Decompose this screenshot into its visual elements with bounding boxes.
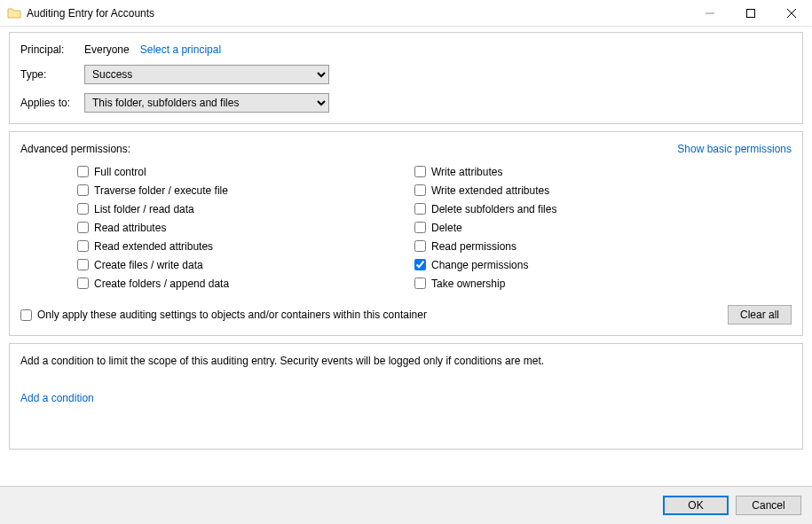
perm-label: Write extended attributes bbox=[431, 184, 549, 197]
dialog-buttonbar: OK Cancel bbox=[0, 486, 812, 524]
perm-label: Traverse folder / execute file bbox=[94, 184, 228, 197]
perm-create-files-write-data[interactable]: Create files / write data bbox=[77, 255, 414, 274]
permissions-panel: Advanced permissions: Show basic permiss… bbox=[9, 131, 803, 336]
show-basic-permissions-link[interactable]: Show basic permissions bbox=[677, 143, 792, 155]
perm-full-control[interactable]: Full control bbox=[77, 162, 414, 181]
perm-read-extended-attributes[interactable]: Read extended attributes bbox=[77, 237, 414, 255]
perm-traverse-folder-execute-file[interactable]: Traverse folder / execute file bbox=[77, 181, 414, 199]
close-button[interactable] bbox=[771, 0, 812, 27]
perm-delete-subfolders-and-files[interactable]: Delete subfolders and files bbox=[414, 199, 556, 218]
perm-read-attributes[interactable]: Read attributes bbox=[77, 218, 414, 237]
perm-delete[interactable]: Delete bbox=[414, 218, 556, 237]
svg-rect-1 bbox=[747, 9, 755, 17]
perm-checkbox-read-attributes[interactable] bbox=[77, 222, 89, 233]
perm-checkbox-read-permissions[interactable] bbox=[414, 240, 426, 252]
perm-checkbox-full-control[interactable] bbox=[77, 166, 89, 177]
perm-label: Read attributes bbox=[94, 222, 166, 234]
principal-value: Everyone bbox=[84, 43, 130, 56]
advanced-permissions-heading: Advanced permissions: bbox=[20, 143, 130, 155]
perm-list-folder-read-data[interactable]: List folder / read data bbox=[77, 199, 414, 218]
add-condition-link[interactable]: Add a condition bbox=[20, 392, 94, 404]
perm-checkbox-change-permissions[interactable] bbox=[414, 259, 426, 270]
perm-label: Delete subfolders and files bbox=[431, 203, 556, 215]
maximize-button[interactable] bbox=[730, 0, 771, 27]
folder-icon bbox=[7, 6, 21, 20]
perm-label: List folder / read data bbox=[94, 203, 194, 215]
perm-checkbox-traverse-folder-execute-file[interactable] bbox=[77, 184, 89, 196]
select-principal-link[interactable]: Select a principal bbox=[140, 43, 221, 56]
perm-write-attributes[interactable]: Write attributes bbox=[414, 162, 556, 181]
perm-checkbox-create-folders-append-data[interactable] bbox=[77, 278, 89, 289]
applies-to-select[interactable]: This folder, subfolders and files bbox=[84, 93, 329, 113]
perm-take-ownership[interactable]: Take ownership bbox=[414, 274, 556, 293]
perm-label: Read permissions bbox=[431, 240, 516, 253]
perm-label: Write attributes bbox=[431, 166, 502, 178]
perm-change-permissions[interactable]: Change permissions bbox=[414, 255, 556, 274]
principal-label: Principal: bbox=[20, 43, 84, 56]
type-label: Type: bbox=[20, 68, 84, 81]
only-apply-checkbox-row[interactable]: Only apply these auditing settings to ob… bbox=[20, 306, 427, 325]
perm-checkbox-list-folder-read-data[interactable] bbox=[77, 203, 89, 215]
titlebar: Auditing Entry for Accounts bbox=[0, 0, 812, 27]
ok-button[interactable]: OK bbox=[663, 496, 729, 515]
perm-label: Read extended attributes bbox=[94, 240, 213, 253]
perm-checkbox-delete[interactable] bbox=[414, 222, 426, 233]
perm-label: Take ownership bbox=[431, 278, 505, 290]
perm-write-extended-attributes[interactable]: Write extended attributes bbox=[414, 181, 556, 199]
perm-checkbox-take-ownership[interactable] bbox=[414, 278, 426, 289]
conditions-panel: Add a condition to limit the scope of th… bbox=[9, 343, 803, 450]
conditions-description: Add a condition to limit the scope of th… bbox=[20, 355, 792, 367]
type-select[interactable]: Success bbox=[84, 65, 329, 84]
perm-checkbox-write-attributes[interactable] bbox=[414, 166, 426, 177]
principal-panel: Principal: Everyone Select a principal T… bbox=[9, 32, 803, 124]
perm-label: Delete bbox=[431, 222, 462, 234]
minimize-button[interactable] bbox=[690, 0, 730, 27]
applies-to-label: Applies to: bbox=[20, 97, 84, 109]
perm-checkbox-write-extended-attributes[interactable] bbox=[414, 184, 426, 196]
perm-read-permissions[interactable]: Read permissions bbox=[414, 237, 556, 255]
perm-label: Create folders / append data bbox=[94, 278, 229, 290]
perm-label: Full control bbox=[94, 166, 146, 178]
perm-label: Change permissions bbox=[431, 259, 528, 271]
only-apply-checkbox[interactable] bbox=[20, 309, 32, 321]
perm-checkbox-create-files-write-data[interactable] bbox=[77, 259, 89, 270]
window-title: Auditing Entry for Accounts bbox=[27, 7, 154, 20]
perm-checkbox-read-extended-attributes[interactable] bbox=[77, 240, 89, 252]
clear-all-button[interactable]: Clear all bbox=[728, 305, 792, 325]
perm-create-folders-append-data[interactable]: Create folders / append data bbox=[77, 274, 414, 293]
perm-label: Create files / write data bbox=[94, 259, 203, 271]
cancel-button[interactable]: Cancel bbox=[736, 496, 801, 515]
perm-checkbox-delete-subfolders-and-files[interactable] bbox=[414, 203, 426, 215]
only-apply-label: Only apply these auditing settings to ob… bbox=[37, 309, 427, 321]
